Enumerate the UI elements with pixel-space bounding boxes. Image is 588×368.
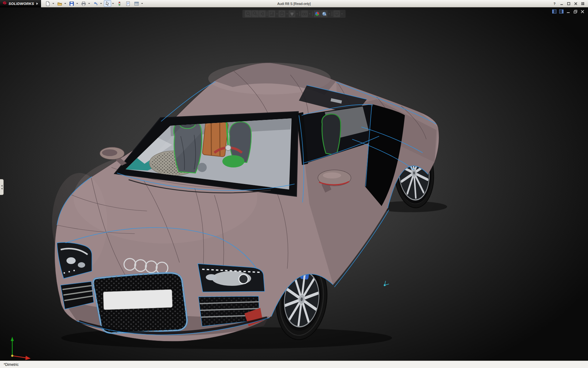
design-table-group [133,0,144,7]
new-document-dropdown[interactable] [51,0,55,7]
file-properties-icon [126,1,130,6]
pane-left-button[interactable] [552,9,557,14]
display-style-dropdown[interactable] [296,10,299,17]
previous-view-icon [260,11,265,17]
title-bar: SOLIDWORKS [0,0,588,7]
print-icon [81,1,86,6]
y-axis-arrow [11,337,14,341]
hud-separator [312,11,313,16]
previous-view-button[interactable] [259,10,266,17]
save-dropdown[interactable] [75,0,79,7]
view-orientation-label: *Dimetric [4,362,19,367]
hud-separator [332,11,332,16]
file-properties-button[interactable] [124,0,132,7]
open-button[interactable] [56,0,63,7]
license-plate [103,289,172,310]
zoom-to-area-icon [253,11,258,17]
close-document-button[interactable] [580,9,585,14]
close-icon [581,10,584,13]
zoom-to-fit-button[interactable] [245,10,252,17]
main-toolbar [41,0,145,7]
minimize-document-button[interactable] [566,9,571,14]
view-orientation-button[interactable] [279,10,285,17]
zoom-to-fit-icon [246,11,251,17]
undo-button[interactable] [92,0,99,7]
select-dropdown[interactable] [111,0,115,7]
hud-separator [300,11,300,16]
pane-right-button[interactable] [559,9,564,14]
solidworks-logo: SOLIDWORKS [0,0,41,7]
rebuild-stoplight-icon [117,1,122,6]
select-cursor-icon [105,1,110,6]
solidworks-window: SOLIDWORKS [0,0,588,368]
status-bar: *Dimetric [0,361,588,368]
section-view-button[interactable] [269,10,275,17]
select-button[interactable] [104,0,111,7]
minimize-button[interactable] [559,1,564,6]
scene-svg[interactable] [0,7,588,361]
new-document-icon [45,1,50,6]
print-button[interactable] [80,0,87,7]
appearance-ball-icon [315,11,320,17]
minimize-icon [560,2,563,5]
hide-show-icon [302,11,307,17]
apply-scene-dropdown[interactable] [328,10,331,17]
heads-up-view-toolbar [243,10,346,18]
save-group [68,0,79,7]
undo-group [92,0,103,7]
maximize-button[interactable] [566,1,571,6]
x-axis-arrow [25,356,31,360]
maximize-icon [567,2,570,5]
new-document-button[interactable] [44,0,51,7]
view-settings-button[interactable] [334,10,340,17]
right-headlight[interactable] [198,264,265,292]
hide-show-items-button[interactable] [301,10,308,17]
edit-appearance-button[interactable] [314,10,321,17]
collapse-arrow-icon [1,188,2,190]
undo-dropdown[interactable] [99,0,103,7]
document-window-controls [552,9,585,14]
display-style-button[interactable] [289,10,296,17]
print-dropdown[interactable] [87,0,91,7]
new-document-group [44,0,55,7]
close-button[interactable] [573,1,579,6]
triad-origin [11,355,13,357]
rebuild-button[interactable] [116,0,123,7]
window-grid-button[interactable] [580,1,586,6]
view-settings-dropdown[interactable] [341,10,343,17]
save-floppy-icon [69,1,74,6]
front-grille[interactable] [93,273,189,334]
hide-show-items-dropdown[interactable] [308,10,311,17]
close-icon [574,2,577,5]
select-group [104,0,115,7]
open-dropdown[interactable] [63,0,67,7]
apply-scene-button[interactable] [321,10,328,17]
restore-document-button[interactable] [573,9,578,14]
section-view-icon [269,11,275,17]
zoom-to-area-button[interactable] [252,10,259,17]
undo-arrow-icon [93,1,98,6]
rebuild-group [116,0,123,7]
file-properties-group [124,0,132,7]
open-folder-icon [57,1,62,6]
scene-ball-icon [322,11,327,17]
workspace [0,7,588,361]
spreadsheet-icon [134,1,139,6]
grid-icon [581,2,584,5]
minimize-icon [567,10,570,13]
view-orientation-dropdown[interactable] [286,10,288,17]
save-button[interactable] [68,0,75,7]
feature-manager-flyout-tab[interactable] [0,179,4,195]
pane-left-icon [552,10,556,13]
section-view-dropdown[interactable] [276,10,278,17]
design-table-button[interactable] [133,0,140,7]
help-button[interactable]: ? [552,1,557,6]
app-name: SOLIDWORKS [9,2,34,6]
orientation-triad[interactable] [11,337,31,360]
design-table-dropdown[interactable] [140,0,144,7]
graphics-area[interactable] [0,7,588,361]
view-cube-icon [279,11,285,17]
origin-marker[interactable] [384,281,389,286]
display-style-icon [289,11,295,17]
menu-expand-arrow[interactable] [36,2,38,5]
